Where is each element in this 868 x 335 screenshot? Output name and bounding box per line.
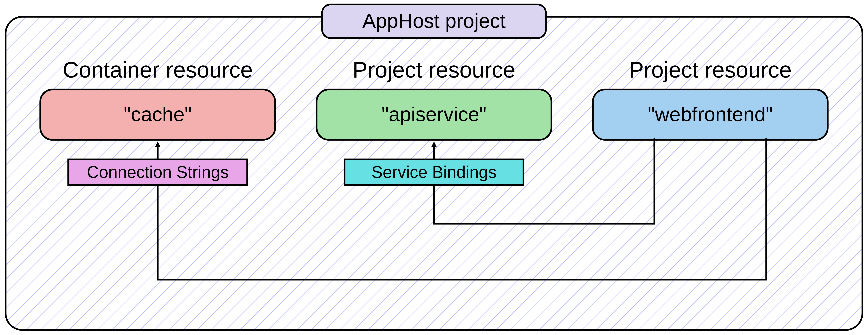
apphost-title-text: AppHost project: [363, 9, 505, 32]
apphost-title-box: AppHost project: [322, 4, 546, 38]
service-bindings-box: Service Bindings: [344, 159, 524, 185]
webfrontend-box: "webfrontend": [593, 90, 828, 140]
cache-box: "cache": [40, 90, 275, 140]
webfrontend-heading: Project resource: [629, 57, 792, 82]
apiservice-label: "apiservice": [382, 103, 487, 125]
apiservice-box: "apiservice": [316, 90, 552, 140]
service-bindings-label: Service Bindings: [372, 163, 496, 181]
connection-strings-box: Connection Strings: [68, 159, 247, 185]
connection-strings-label: Connection Strings: [87, 163, 228, 181]
webfrontend-label: "webfrontend": [648, 103, 773, 125]
cache-label: "cache": [124, 103, 192, 125]
apiservice-heading: Project resource: [352, 57, 516, 82]
cache-heading: Container resource: [63, 57, 253, 82]
diagram-root: AppHost project Container resource Proje…: [0, 0, 868, 335]
